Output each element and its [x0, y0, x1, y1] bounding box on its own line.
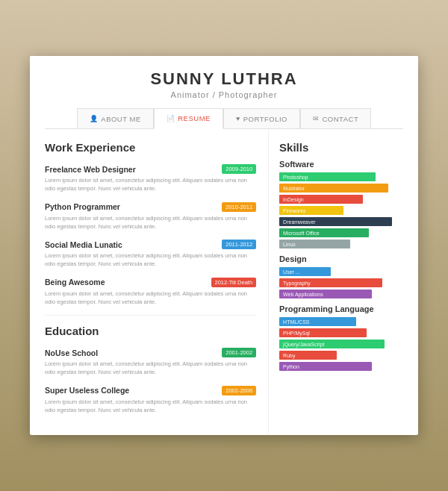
- skill-bar-container: User ...: [279, 267, 408, 276]
- work-title: Being Awesome: [45, 278, 105, 287]
- skill-bar-container: Photoshop: [279, 172, 408, 181]
- nav-item-resume[interactable]: 📄RESUME: [154, 108, 223, 129]
- work-date: 2009-2010: [222, 164, 256, 174]
- skill-label: Dreamweaver: [283, 219, 316, 225]
- work-title: Social Media Lunatic: [45, 240, 122, 249]
- edu-title: NoUse School: [45, 348, 98, 357]
- edu-date: 2002-2006: [222, 386, 256, 395]
- skill-bar-container: Linux: [279, 240, 408, 248]
- nav-label: ABOUT ME: [101, 115, 140, 123]
- skill-bar-container: Microsoft Office: [279, 228, 408, 237]
- skill-label: HTML/CSS: [283, 319, 309, 325]
- work-items-container: Freelance Web Designer 2009-2010 Lorem i…: [45, 164, 256, 306]
- skill-bar-container: Dreamweaver: [279, 217, 408, 226]
- work-date: 2010-2011: [222, 202, 256, 212]
- skills-category: SoftwarePhotoshopIllustratorInDesignFire…: [279, 160, 408, 248]
- skill-bar: Python: [279, 362, 372, 371]
- skills-category-title: Programming Language: [279, 304, 408, 313]
- main-content: Work Experience Freelance Web Designer 2…: [30, 129, 418, 435]
- skill-label: Photoshop: [283, 175, 308, 180]
- skill-bar: jQuery/JavaScript: [279, 340, 385, 348]
- work-description: Lorem ipsum dolor sit amet, consectetur …: [45, 176, 256, 193]
- work-title: Python Programmer: [45, 202, 120, 211]
- skill-bar-container: InDesign: [279, 195, 408, 204]
- skill-bar: Illustrator: [279, 184, 388, 193]
- work-title: Freelance Web Designer: [45, 165, 136, 174]
- nav-icon: 👤: [90, 115, 99, 122]
- skills-title: Skills: [279, 141, 408, 154]
- person-title: Animator / Photographer: [45, 90, 403, 99]
- education-items-container: NoUse School 2001-2002 Lorem ipsum dolor…: [45, 348, 256, 414]
- edu-description: Lorem ipsum dolor sit amet, consectetur …: [45, 398, 256, 415]
- work-description: Lorem ipsum dolor sit amet, consectetur …: [45, 214, 256, 231]
- work-date: 2012-Till Death: [211, 278, 257, 287]
- skill-bar: Fireworks: [279, 206, 343, 215]
- skill-label: Web Applications: [283, 292, 323, 297]
- skill-bar: Typography: [279, 278, 382, 287]
- nav-label: CONTACT: [322, 115, 358, 123]
- edu-title: Super Useless College: [45, 386, 129, 395]
- education-title: Education: [45, 325, 256, 340]
- nav-label: RESUME: [178, 114, 211, 122]
- skill-bar: Linux: [279, 240, 350, 248]
- education-item: NoUse School 2001-2002 Lorem ipsum dolor…: [45, 348, 256, 377]
- skills-category-title: Software: [279, 160, 408, 169]
- skill-bar-container: Ruby: [279, 351, 408, 360]
- skill-label: Microsoft Office: [283, 231, 320, 236]
- work-item: Being Awesome 2012-Till Death Lorem ipsu…: [45, 278, 256, 307]
- work-experience-title: Work Experience: [45, 141, 256, 157]
- skill-bar-container: Typography: [279, 278, 408, 287]
- skill-bar-container: Illustrator: [279, 184, 408, 193]
- work-item: Python Programmer 2010-2011 Lorem ipsum …: [45, 202, 256, 231]
- skill-bar: Web Applications: [279, 290, 372, 298]
- nav-icon: ♥: [236, 115, 240, 122]
- nav-item-portfolio[interactable]: ♥PORTFOLIO: [223, 108, 300, 128]
- skill-bar-container: Python: [279, 362, 408, 371]
- work-item: Freelance Web Designer 2009-2010 Lorem i…: [45, 164, 256, 193]
- skill-bar: User ...: [279, 267, 331, 276]
- edu-description: Lorem ipsum dolor sit amet, consectetur …: [45, 360, 256, 377]
- edu-date: 2001-2002: [222, 348, 256, 357]
- skill-label: Fireworks: [283, 208, 305, 213]
- navigation: 👤ABOUT ME📄RESUME♥PORTFOLIO✉CONTACT: [45, 108, 403, 129]
- skill-label: Illustrator: [283, 186, 305, 191]
- work-item: Social Media Lunatic 2011-2012 Lorem ips…: [45, 240, 256, 269]
- nav-item-contact[interactable]: ✉CONTACT: [300, 108, 371, 128]
- skill-bar: Ruby: [279, 351, 337, 360]
- skill-bar: PHP/MySql: [279, 328, 367, 337]
- skill-label: jQuery/JavaScript: [283, 342, 324, 347]
- work-date: 2011-2012: [222, 240, 256, 249]
- skill-label: InDesign: [283, 197, 304, 202]
- education-item: Super Useless College 2002-2006 Lorem ip…: [45, 386, 256, 415]
- skill-label: Ruby: [283, 353, 295, 358]
- nav-item-about-me[interactable]: 👤ABOUT ME: [77, 108, 154, 128]
- skill-bar-container: HTML/CSS: [279, 317, 408, 326]
- skill-bar-container: jQuery/JavaScript: [279, 340, 408, 348]
- skill-label: User ...: [283, 269, 300, 275]
- skill-bar: HTML/CSS: [279, 317, 356, 326]
- skill-bar-container: Web Applications: [279, 290, 408, 298]
- header: SUNNY LUTHRA Animator / Photographer 👤AB…: [30, 56, 418, 129]
- work-description: Lorem ipsum dolor sit amet, consectetur …: [45, 290, 256, 307]
- skill-bar: Microsoft Office: [279, 228, 369, 237]
- skill-label: Linux: [283, 242, 296, 247]
- skills-category-title: Design: [279, 254, 408, 263]
- skill-bar-container: Fireworks: [279, 206, 408, 215]
- nav-icon: 📄: [167, 115, 175, 122]
- skill-bar: InDesign: [279, 195, 363, 204]
- nav-label: PORTFOLIO: [243, 115, 287, 123]
- skills-category: DesignUser ...TypographyWeb Applications: [279, 254, 408, 298]
- work-description: Lorem ipsum dolor sit amet, consectetur …: [45, 251, 256, 269]
- skills-container: SoftwarePhotoshopIllustratorInDesignFire…: [279, 160, 408, 371]
- resume-card: SUNNY LUTHRA Animator / Photographer 👤AB…: [30, 56, 418, 435]
- skill-bar: Photoshop: [279, 172, 376, 181]
- skills-category: Programming LanguageHTML/CSSPHP/MySqljQu…: [279, 304, 408, 371]
- skill-bar-container: PHP/MySql: [279, 328, 408, 337]
- nav-icon: ✉: [313, 115, 320, 122]
- right-column: Skills SoftwarePhotoshopIllustratorInDes…: [269, 129, 418, 435]
- skill-bar: Dreamweaver: [279, 217, 392, 226]
- left-column: Work Experience Freelance Web Designer 2…: [30, 129, 269, 435]
- skill-label: Typography: [283, 281, 311, 286]
- skill-label: PHP/MySql: [283, 331, 310, 336]
- person-name: SUNNY LUTHRA: [45, 69, 403, 89]
